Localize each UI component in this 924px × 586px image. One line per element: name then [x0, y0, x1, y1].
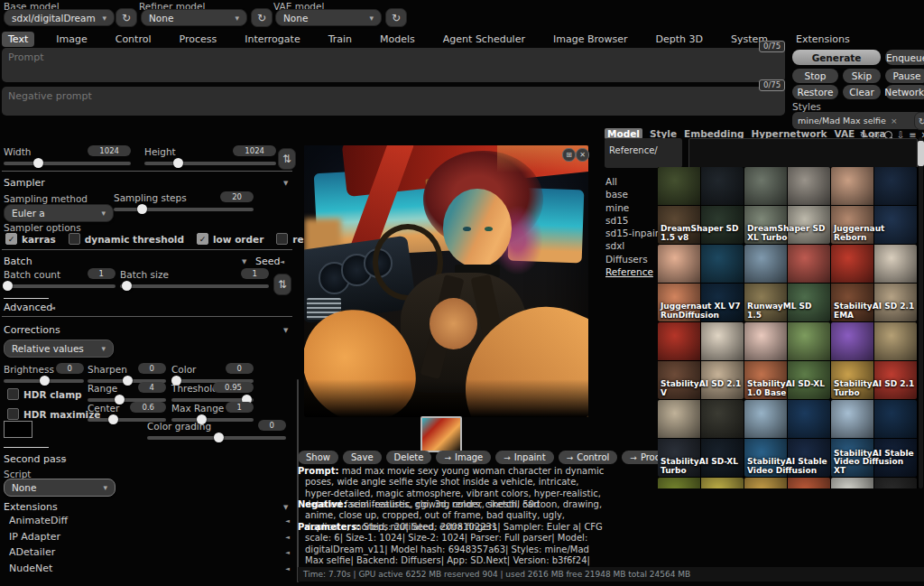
sampler-section-title[interactable]: Sampler [4, 177, 45, 189]
collapse-icon[interactable]: ◄ [285, 534, 290, 541]
sampling-method-select[interactable]: Euler a ▾ [4, 204, 114, 222]
tab-image-browser[interactable]: Image Browser [547, 32, 634, 47]
base-model-refresh-button[interactable]: ↻ [116, 8, 137, 27]
extension-adetailer[interactable]: ADetailer [9, 546, 55, 558]
tab-agent-scheduler[interactable]: Agent Scheduler [437, 32, 531, 47]
image-close-button[interactable]: ✕ [576, 148, 589, 162]
tab-text[interactable]: Text [2, 32, 34, 47]
image-button[interactable]: →Image [436, 451, 491, 464]
color-grading-thumb[interactable] [214, 433, 224, 442]
tab-control[interactable]: Control [109, 32, 158, 47]
collapse-icon[interactable]: ▼ [283, 180, 288, 187]
extension-nudenet[interactable]: NudeNet [9, 563, 52, 574]
swap-dimensions-button[interactable]: ⇅ [278, 148, 296, 170]
model-card-stabilityai-stable-video-diffusion[interactable]: StabilityAI Stable Video Diffusion [744, 400, 830, 477]
networks-button[interactable]: Networks [885, 85, 924, 99]
tab-interrogate[interactable]: Interrogate [238, 32, 306, 47]
collapse-icon[interactable]: ▼ [242, 258, 246, 265]
folder-diffusers[interactable]: Diffusers [605, 253, 665, 265]
image-expand-button[interactable]: ⊞ [562, 148, 576, 162]
folder-sd15-inpaint[interactable]: sd15-inpaint [605, 227, 665, 239]
model-card-stabilityai-sd-2-1-ema[interactable]: StabilityAI SD 2.1 EMA [831, 245, 917, 321]
extension-animatediff[interactable]: AnimateDiff [9, 515, 68, 526]
skip-button[interactable]: Skip [843, 69, 881, 83]
folder-sdxl[interactable]: sdxl [605, 239, 665, 252]
model-card-juggernaut-reborn[interactable]: Juggernaut Reborn [831, 167, 917, 244]
folder-all[interactable]: All [605, 175, 665, 188]
model-card-stabilityai-sd-xl-1-0-base[interactable]: StabilityAI SD-XL 1.0 Base [744, 322, 830, 399]
tab-process[interactable]: Process [172, 32, 223, 47]
sampling-steps-track[interactable] [114, 208, 254, 211]
model-card-dreamshaper-sd-xl-turbo[interactable]: DreamShaper SD XL Turbo [744, 167, 830, 244]
vae-model-select[interactable]: None ▾ [275, 9, 382, 26]
option-low-order-checkbox[interactable]: ✓low order [197, 233, 263, 245]
refiner-model-refresh-button[interactable]: ↻ [251, 8, 273, 27]
enqueue-button[interactable]: Enqueue [885, 50, 924, 65]
model-card[interactable] [658, 478, 744, 488]
brightness-track[interactable] [4, 379, 84, 383]
collapse-icon[interactable]: ◄ [285, 517, 290, 525]
model-card[interactable] [744, 478, 830, 488]
remove-style-icon[interactable]: × [891, 116, 898, 126]
model-card-runwayml-sd-1-5[interactable]: RunwayML SD 1.5 [744, 245, 830, 321]
collapse-icon[interactable]: ◄ [61, 456, 66, 463]
corrections-section-title[interactable]: Corrections [4, 324, 60, 336]
control-button[interactable]: →Control [559, 451, 618, 464]
prompt-input[interactable] [2, 48, 785, 82]
batch-count-thumb[interactable] [3, 281, 13, 291]
batch-count-track[interactable] [4, 284, 116, 288]
model-card-stabilityai-sd-2-1-turbo[interactable]: StabilityAI SD 2.1 Turbo [831, 322, 917, 399]
height-thumb[interactable] [173, 158, 183, 168]
corrections-mode-select[interactable]: Relative values ▾ [4, 340, 114, 358]
generated-image[interactable] [304, 145, 588, 417]
extension-ip-adapter[interactable]: IP Adapter [9, 531, 60, 543]
model-card-stabilityai-sd-2-1-v[interactable]: StabilityAI SD 2.1 V [658, 322, 744, 399]
inpaint-button[interactable]: →Inpaint [495, 451, 553, 464]
collapse-icon[interactable]: ◄ [51, 304, 55, 312]
stop-button[interactable]: Stop [792, 69, 838, 83]
batch-section-title[interactable]: Batch [4, 256, 32, 267]
vae-model-refresh-button[interactable]: ↻ [385, 8, 407, 27]
option-dynamic-threshold-checkbox[interactable]: dynamic threshold [69, 233, 184, 245]
seed-section-title[interactable]: Seed [255, 256, 281, 267]
color-grading-track[interactable] [147, 436, 286, 440]
sampling-steps-thumb[interactable] [137, 204, 147, 214]
save-button[interactable]: Save [343, 451, 382, 464]
styles-select[interactable]: mine/Mad Max selfie × [792, 112, 922, 129]
folder-mine[interactable]: mine [605, 201, 665, 214]
model-card-juggernaut-xl-v7-rundiffusion[interactable]: Juggernaut XL V7 RunDiffusion [658, 245, 744, 321]
collapse-icon[interactable]: ◄ [280, 258, 284, 265]
collapse-icon[interactable]: ◄ [285, 549, 290, 556]
model-card-stabilityai-stable-video-diffusion-xt[interactable]: StabilityAI Stable Video Diffusion XT [831, 400, 917, 477]
width-track[interactable] [4, 162, 131, 165]
base-model-select[interactable]: sdxl/digitalDream_v11 [69483 ▾ [4, 9, 115, 26]
extensions-section-title[interactable]: Extensions [4, 501, 58, 513]
networks-search-input[interactable]: Reference/ [605, 138, 682, 168]
center-thumb[interactable] [108, 414, 118, 424]
collapse-icon[interactable]: ▼ [283, 504, 288, 511]
brightness-thumb[interactable] [40, 376, 50, 386]
delete-button[interactable]: Delete [386, 451, 432, 464]
swap-batch-button[interactable]: ⇅ [273, 274, 291, 295]
refiner-model-select[interactable]: None ▾ [141, 9, 247, 26]
folder-base[interactable]: base [605, 188, 665, 200]
batch-size-track[interactable] [120, 284, 269, 288]
restore-button[interactable]: Restore [792, 85, 838, 99]
tab-models[interactable]: Models [374, 32, 421, 47]
tab-depth-3d[interactable]: Depth 3D [650, 32, 709, 47]
clear-button[interactable]: Clear [843, 85, 881, 99]
second-pass-section-title[interactable]: Second pass [4, 453, 66, 465]
tab-extensions[interactable]: Extensions [790, 32, 856, 47]
model-card-stabilityai-sd-xl-turbo[interactable]: StabilityAI SD-XL Turbo [658, 400, 744, 477]
model-card-dreamshaper-sd-1-5-v8[interactable]: DreamShaper SD 1.5 v8 [658, 167, 744, 244]
color-grading-swatch[interactable] [4, 421, 32, 438]
model-card[interactable] [831, 478, 917, 488]
generate-button[interactable]: Generate [792, 50, 881, 65]
batch-size-thumb[interactable] [122, 281, 132, 291]
show-button[interactable]: Show [298, 451, 338, 464]
tab-train[interactable]: Train [322, 32, 358, 47]
pause-button[interactable]: Pause [885, 69, 924, 83]
collapse-icon[interactable]: ▼ [283, 327, 288, 334]
negative-prompt-input[interactable] [2, 87, 785, 116]
folder-reference[interactable]: Reference [605, 265, 665, 278]
